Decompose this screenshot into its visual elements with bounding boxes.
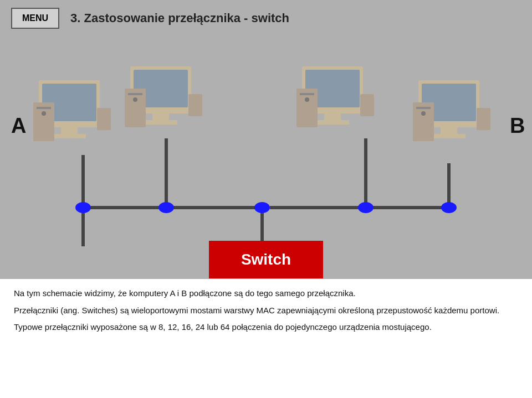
network-diagram: Switch A B <box>0 36 532 280</box>
diagram-svg: Switch A B <box>0 36 532 280</box>
svg-rect-28 <box>128 93 142 95</box>
header: MENU 3. Zastosowanie przełącznika - swit… <box>0 0 532 36</box>
svg-rect-44 <box>416 107 431 109</box>
svg-point-37 <box>305 97 309 102</box>
svg-point-12 <box>358 202 374 213</box>
svg-rect-22 <box>97 108 111 130</box>
svg-point-21 <box>42 111 46 116</box>
svg-point-10 <box>75 202 91 213</box>
svg-rect-20 <box>37 107 51 109</box>
svg-text:B: B <box>510 114 525 137</box>
svg-rect-17 <box>61 127 78 134</box>
diagram-area: Switch A B <box>0 36 532 280</box>
paragraph-2: Przełączniki (ang. Switches) są wielopor… <box>14 304 518 317</box>
svg-rect-26 <box>144 120 177 125</box>
svg-line-5 <box>166 208 209 260</box>
menu-button[interactable]: MENU <box>11 8 59 29</box>
svg-point-14 <box>254 202 270 213</box>
svg-text:Switch: Switch <box>241 251 291 268</box>
svg-point-29 <box>133 97 137 102</box>
svg-rect-38 <box>360 94 374 116</box>
paragraph-1: Na tym schemacie widzimy, że komputery A… <box>14 287 518 300</box>
svg-rect-34 <box>316 120 349 125</box>
svg-rect-36 <box>300 93 314 95</box>
svg-rect-46 <box>477 108 490 130</box>
svg-point-45 <box>421 111 426 116</box>
svg-rect-25 <box>152 113 169 120</box>
svg-point-11 <box>158 202 174 213</box>
text-area: Na tym schemacie widzimy, że komputery A… <box>0 279 532 398</box>
svg-rect-42 <box>432 134 466 138</box>
svg-rect-30 <box>188 94 202 116</box>
paragraph-3: Typowe przełączniki wyposażone są w 8, 1… <box>14 321 518 334</box>
svg-rect-41 <box>441 127 457 134</box>
page-title: 3. Zastosowanie przełącznika - switch <box>70 11 289 25</box>
svg-text:A: A <box>11 114 26 137</box>
svg-point-13 <box>441 202 457 213</box>
svg-rect-18 <box>53 134 86 138</box>
svg-rect-33 <box>324 113 341 120</box>
